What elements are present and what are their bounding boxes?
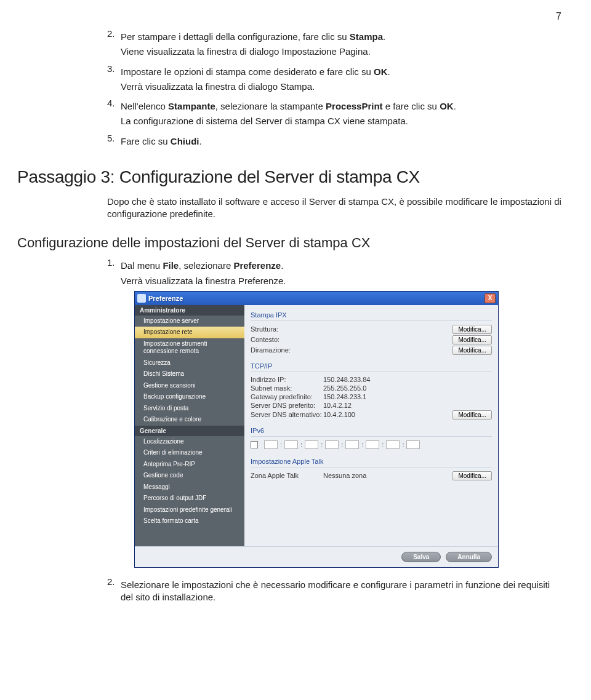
heading-2: Configurazione delle impostazioni del Se… bbox=[17, 235, 561, 251]
modify-button[interactable]: Modifica... bbox=[452, 471, 492, 480]
sidebar-item-jdf-output[interactable]: Percorso di output JDF bbox=[135, 493, 244, 504]
h1-paragraph: Dopo che è stato installato il software … bbox=[107, 196, 561, 221]
sidebar-item-security[interactable]: Sicurezza bbox=[135, 357, 244, 369]
sidebar-item-remote-tools[interactable]: Impostazione strumenti connessione remot… bbox=[135, 338, 244, 357]
titlebar[interactable]: Preferenze X bbox=[135, 292, 498, 305]
sidebar-item-general-defaults[interactable]: Impostazioni predefinite generali bbox=[135, 504, 244, 516]
sidebar-item-pre-rip[interactable]: Anteprima Pre-RIP bbox=[135, 459, 244, 471]
step-follow: La configurazione di sistema del Server … bbox=[121, 115, 561, 127]
ipv6-segment[interactable] bbox=[366, 440, 379, 449]
step-number: 3. bbox=[107, 63, 121, 96]
app-icon bbox=[137, 294, 146, 303]
modify-button[interactable]: Modifica... bbox=[452, 325, 492, 334]
main-panel: Stampa IPX Struttura:Modifica... Contest… bbox=[244, 305, 498, 546]
step-text: Selezionare le impostazioni che è necess… bbox=[121, 579, 561, 604]
label-dns2: Server DNS alternativo: bbox=[251, 411, 323, 418]
sidebar-item-paper-format[interactable]: Scelta formato carta bbox=[135, 515, 244, 527]
step-follow: Verrà visualizzata la finestra di dialog… bbox=[121, 81, 561, 93]
step-follow: Viene visualizzata la finestra di dialog… bbox=[121, 46, 561, 58]
sidebar-item-network[interactable]: Impostazione rete bbox=[135, 327, 244, 338]
steps-top: 2. Per stampare i dettagli della configu… bbox=[107, 28, 561, 150]
group-ipx: Stampa IPX bbox=[251, 309, 492, 321]
heading-1: Passaggio 3: Configurazione del Server d… bbox=[17, 167, 561, 187]
steps-bottom: 1. Dal menu File, selezionare Preferenze… bbox=[107, 257, 561, 606]
label-dns1: Server DNS preferito: bbox=[251, 402, 323, 409]
sidebar-item-mail[interactable]: Servizio di posta bbox=[135, 403, 244, 415]
sidebar-section-admin: Amministratore bbox=[135, 305, 244, 316]
modify-button[interactable]: Modifica... bbox=[452, 346, 492, 355]
group-appletalk: Impostazione Apple Talk bbox=[251, 455, 492, 467]
value-subnet: 255.255.255.0 bbox=[323, 384, 492, 392]
value-dns2: 10.4.2.100 bbox=[323, 411, 452, 418]
step-number: 2. bbox=[107, 576, 121, 607]
sidebar-item-messages[interactable]: Messaggi bbox=[135, 482, 244, 493]
value-gateway: 150.248.233.1 bbox=[323, 393, 492, 400]
label-struttura: Struttura: bbox=[251, 325, 323, 333]
sidebar: Amministratore Impostazione server Impos… bbox=[135, 305, 244, 546]
dialog-footer: Salva Annulla bbox=[135, 546, 498, 567]
label-ip: Indirizzo IP: bbox=[251, 376, 323, 383]
preferences-window: Preferenze X Amministratore Impostazione… bbox=[134, 291, 499, 568]
modify-button[interactable]: Modifica... bbox=[452, 410, 492, 420]
ipv6-checkbox[interactable] bbox=[251, 441, 258, 448]
label-gateway: Gateway predefinito: bbox=[251, 393, 323, 400]
step-number: 4. bbox=[107, 98, 121, 130]
save-button[interactable]: Salva bbox=[401, 552, 441, 562]
window-title: Preferenze bbox=[148, 295, 183, 302]
label-diramazione: Diramazione: bbox=[251, 346, 323, 354]
ipv6-segment[interactable] bbox=[305, 440, 318, 449]
cancel-button[interactable]: Annulla bbox=[446, 552, 492, 562]
ipv6-segment[interactable] bbox=[325, 440, 339, 449]
step-number: 5. bbox=[107, 133, 121, 150]
page-number: 7 bbox=[17, 11, 561, 22]
step-text: Impostare le opzioni di stampa come desi… bbox=[121, 66, 561, 78]
sidebar-item-backup[interactable]: Backup configurazione bbox=[135, 391, 244, 403]
sidebar-item-localization[interactable]: Localizzazione bbox=[135, 436, 244, 448]
ipv6-segment[interactable] bbox=[386, 440, 400, 449]
ipv6-segment[interactable] bbox=[345, 440, 359, 449]
step-text: Per stampare i dettagli della configuraz… bbox=[121, 31, 561, 43]
sidebar-item-queues[interactable]: Gestione code bbox=[135, 470, 244, 482]
step-text: Fare clic su Chiudi. bbox=[121, 135, 561, 148]
label-apple-zone: Zona Apple Talk bbox=[251, 472, 323, 479]
step-number: 1. bbox=[107, 257, 121, 574]
group-tcpip: TCP/IP bbox=[251, 360, 492, 372]
value-apple-zone: Nessuna zona bbox=[323, 472, 452, 479]
group-ipv6: IPv6 bbox=[251, 424, 492, 437]
value-dns1: 10.4.2.12 bbox=[323, 402, 492, 409]
sidebar-item-calibration[interactable]: Calibrazione e colore bbox=[135, 414, 244, 426]
step-follow: Verrà visualizzata la finestra Preferenz… bbox=[121, 275, 561, 287]
label-contesto: Contesto: bbox=[251, 336, 323, 343]
sidebar-item-scan-management[interactable]: Gestione scansioni bbox=[135, 380, 244, 392]
sidebar-section-general: Generale bbox=[135, 426, 244, 436]
ipv6-segment[interactable] bbox=[406, 440, 420, 449]
step-number: 2. bbox=[107, 28, 121, 61]
close-icon[interactable]: X bbox=[484, 293, 496, 303]
label-subnet: Subnet mask: bbox=[251, 384, 323, 392]
step-text: Nell'elenco Stampante, selezionare la st… bbox=[121, 100, 561, 113]
step-text: Dal menu File, selezionare Preferenze. bbox=[121, 260, 561, 272]
sidebar-item-system-disks[interactable]: Dischi Sistema bbox=[135, 368, 244, 380]
modify-button[interactable]: Modifica... bbox=[452, 335, 492, 344]
ipv6-segment[interactable] bbox=[284, 440, 298, 449]
ipv6-segment[interactable] bbox=[264, 440, 278, 449]
sidebar-item-server[interactable]: Impostazione server bbox=[135, 316, 244, 327]
value-ip: 150.248.233.84 bbox=[323, 376, 492, 383]
sidebar-item-deletion[interactable]: Criteri di eliminazione bbox=[135, 447, 244, 459]
